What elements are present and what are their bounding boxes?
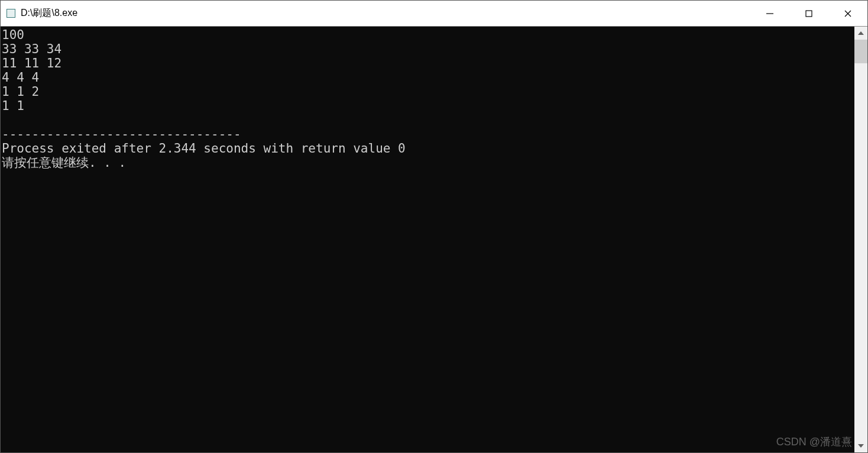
console-line: 11 11 12 [2,56,854,70]
scroll-thumb[interactable] [854,40,867,63]
svg-marker-5 [858,444,864,448]
maximize-icon [805,9,813,18]
svg-marker-4 [858,31,864,35]
console-line: 4 4 4 [2,70,854,85]
content-area: 10033 33 3411 11 124 4 41 1 21 1--------… [1,27,867,452]
app-icon [7,9,16,18]
console-line [2,170,854,184]
scroll-track[interactable] [854,40,867,439]
vertical-scrollbar[interactable] [854,27,867,452]
chevron-up-icon [858,31,864,35]
console-line: Process exited after 2.344 seconds with … [2,141,854,156]
console-output[interactable]: 10033 33 3411 11 124 4 41 1 21 1--------… [1,27,854,452]
chevron-down-icon [858,444,864,448]
minimize-button[interactable] [750,1,789,26]
minimize-icon [766,9,774,18]
svg-rect-1 [806,11,812,17]
console-line: -------------------------------- [2,127,854,141]
console-window: D:\刷题\8.exe 10033 33 3411 11 124 4 41 1 … [0,0,868,453]
titlebar[interactable]: D:\刷题\8.exe [1,1,867,27]
maximize-button[interactable] [789,1,828,26]
scroll-down-arrow[interactable] [854,439,867,452]
console-line: 1 1 2 [2,85,854,99]
console-line [2,113,854,127]
console-line: 1 1 [2,99,854,113]
close-button[interactable] [828,1,867,26]
console-line: 33 33 34 [2,42,854,56]
window-controls [750,1,867,26]
console-line: 100 [2,28,854,42]
close-icon [844,9,852,18]
scroll-up-arrow[interactable] [854,27,867,40]
console-line: 请按任意键继续. . . [2,156,854,170]
window-title: D:\刷题\8.exe [21,7,750,20]
